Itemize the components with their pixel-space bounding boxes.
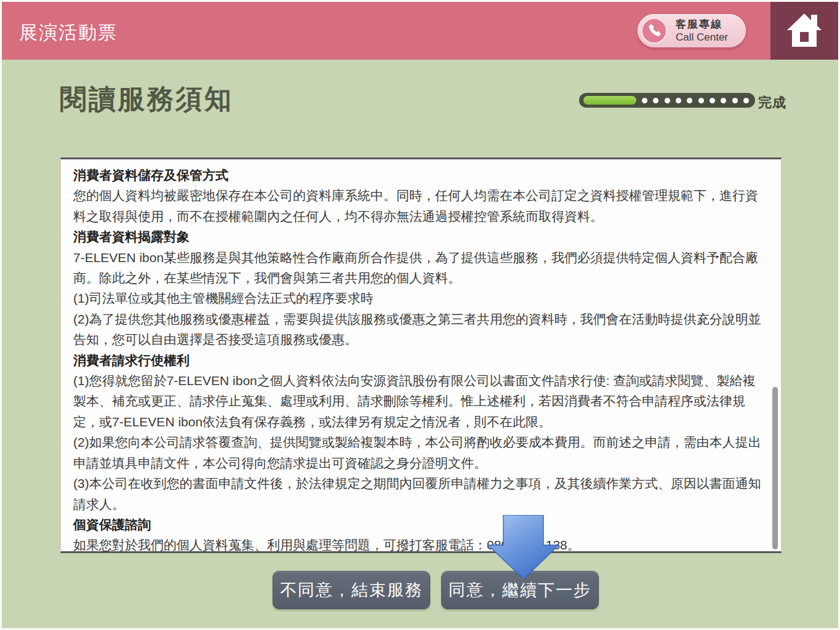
progress-bar: [579, 93, 755, 108]
notice-heading: 消費者資料儲存及保管方式: [73, 165, 765, 185]
notice-paragraph: 您的個人資料均被嚴密地保存在本公司的資料庫系統中。同時，任何人均需在本公司訂定之…: [73, 185, 765, 226]
notice-paragraph: (2)如果您向本公司請求答覆查詢、提供閱覽或製給複製本時，本公司將酌收必要成本費…: [73, 432, 765, 473]
notice-paragraph: 如果您對於我們的個人資料蒐集、利用與處理等問題，可撥打客服電話：0800-016…: [73, 535, 765, 553]
notice-paragraph: (3)本公司在收到您的書面申請文件後，於法律規定之期間內回覆所申請權力之事項，及…: [73, 473, 765, 514]
progress-dot: [665, 98, 670, 103]
progress-fill: [583, 96, 636, 105]
progress-dot: [743, 98, 749, 103]
kiosk-screen: 展演活動票 客服專線 Call Center 閱讀服務須知: [0, 0, 840, 630]
progress-dot: [642, 98, 647, 103]
page-title: 閱讀服務須知: [60, 81, 233, 118]
agree-button[interactable]: 同意，繼續下一步: [441, 571, 599, 609]
phone-icon: [641, 17, 668, 44]
notice-heading: 消費者請求行使權利: [73, 350, 765, 370]
progress-dots: [642, 93, 749, 108]
progress-dot: [732, 98, 738, 103]
disagree-button[interactable]: 不同意，結束服務: [273, 571, 430, 609]
notice-heading: 個資保護諮詢: [73, 514, 765, 535]
notice-paragraph: (1)司法單位或其他主管機關經合法正式的程序要求時: [73, 288, 765, 308]
notice-paragraph: (1)您得就您留於7-ELEVEN ibon之個人資料依法向安源資訊股份有限公司…: [73, 370, 765, 432]
header-bar: 展演活動票 客服專線 Call Center: [2, 2, 838, 60]
progress-dot: [676, 98, 681, 103]
call-center-button[interactable]: 客服專線 Call Center: [638, 14, 746, 47]
app-title: 展演活動票: [19, 20, 118, 46]
home-icon: [785, 11, 824, 51]
progress-dot: [687, 98, 692, 103]
notice-heading: 消費者資料揭露對象: [73, 226, 765, 247]
progress-dot: [653, 98, 658, 103]
progress-dot: [721, 98, 726, 103]
notice-paragraph: 7-ELEVEN ibon某些服務是與其他策略性合作廠商所合作提供，為了提供這些…: [73, 247, 765, 289]
call-center-label: 客服專線 Call Center: [676, 18, 728, 44]
progress-dot: [710, 98, 715, 103]
terms-content: 消費者資料儲存及保管方式您的個人資料均被嚴密地保存在本公司的資料庫系統中。同時，…: [61, 159, 781, 553]
home-button[interactable]: [770, 2, 838, 60]
scrollbar-thumb[interactable]: [772, 387, 778, 549]
progress-dot: [698, 98, 704, 103]
progress-complete-label: 完成: [758, 94, 786, 112]
notice-paragraph: (2)為了提供您其他服務或優惠權益，需要與提供該服務或優惠之第三者共用您的資料時…: [73, 309, 765, 350]
terms-panel[interactable]: 消費者資料儲存及保管方式您的個人資料均被嚴密地保存在本公司的資料庫系統中。同時，…: [60, 158, 782, 553]
